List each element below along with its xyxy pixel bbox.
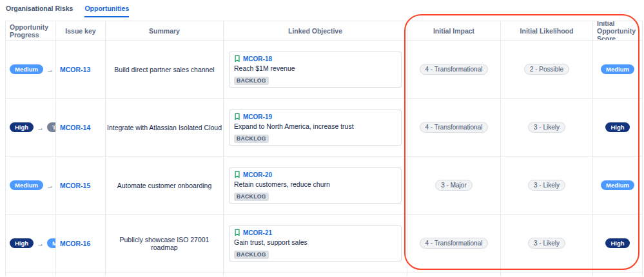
cell-initial-impact: 4 - Transformational (407, 41, 501, 99)
objective-bookmark-icon (234, 229, 240, 236)
objective-key-link[interactable]: MCOR-20 (243, 171, 272, 178)
cell-opportunity-progress: High → Medium (6, 215, 56, 272)
col-header-initial-likelihood: Initial Likelihood (501, 21, 593, 41)
impact-value[interactable]: 3 - Major (435, 180, 472, 191)
objective-title: Expand to North America, increase trust (234, 122, 396, 130)
likelihood-value[interactable]: 3 - Likely (528, 238, 565, 249)
opportunities-table: Opportunity Progress Issue key Summary L… (5, 21, 643, 276)
cell-initial-likelihood: 3 - Likely (501, 157, 593, 215)
arrow-right-icon: → (46, 182, 54, 189)
linked-objective-card[interactable]: MCOR-18 Reach $1M revenue BACKLOG (229, 52, 402, 88)
col-header-issue-key: Issue key (56, 21, 106, 41)
cell-issue-key: MCOR-13 (56, 41, 106, 99)
tab-organisational-risks[interactable]: Organisational Risks (6, 5, 73, 17)
objective-title: Retain customers, reduce churn (234, 180, 396, 188)
objective-bookmark-icon (234, 113, 240, 120)
summary-text: Build direct partner sales channel (114, 66, 214, 73)
progress-to-badge: Medium (47, 238, 56, 248)
linked-objective-card[interactable]: MCOR-21 Gain trust, support sales BACKLO… (229, 225, 402, 262)
cell-opportunity-progress: High → TBD (6, 99, 56, 157)
col-header-initial-impact: Initial Impact (407, 21, 501, 41)
arrow-right-icon: → (46, 66, 54, 73)
cell-initial-impact: 4 - Transformational (407, 215, 501, 272)
linked-objective-card[interactable]: MCOR-20 Retain customers, reduce churn B… (229, 167, 402, 204)
cell-linked-objective: MCOR-20 Retain customers, reduce churn B… (224, 157, 407, 215)
cell-initial-likelihood: 3 - Likely (501, 215, 593, 272)
cell-summary: Integrate with Atlassian Isolated Cloud (106, 99, 224, 157)
cell-initial-impact: 3 - Major (407, 157, 501, 215)
cell-issue-key: MCOR-14 (56, 99, 106, 157)
cell-initial-opportunity-score: Medium (593, 157, 642, 215)
view-tabs: Organisational Risks Opportunities (0, 0, 644, 21)
likelihood-value[interactable]: 2 - Possible (524, 64, 569, 75)
objective-key-link[interactable]: MCOR-18 (243, 55, 272, 62)
likelihood-value[interactable]: 3 - Likely (528, 122, 565, 133)
arrow-right-icon: → (37, 240, 44, 247)
col-header-linked-objective: Linked Objective (224, 21, 407, 41)
table-header-row: Opportunity Progress Issue key Summary L… (6, 21, 642, 41)
cell-initial-likelihood: 3 - Likely (501, 99, 593, 157)
score-badge: Medium (601, 180, 634, 190)
cell-initial-impact: 4 - Transformational (407, 99, 501, 157)
summary-text: Integrate with Atlassian Isolated Cloud (107, 124, 222, 131)
col-header-summary: Summary (106, 21, 224, 41)
issue-key-link[interactable]: MCOR-16 (60, 240, 90, 247)
table-row-partial (6, 272, 642, 276)
summary-text: Publicly showcase ISO 27001 roadmap (106, 236, 223, 251)
cell-opportunity-progress: Medium → TBD (6, 157, 56, 215)
objective-bookmark-icon (234, 55, 240, 62)
impact-value[interactable]: 4 - Transformational (420, 64, 489, 75)
likelihood-value[interactable]: 3 - Likely (528, 180, 565, 191)
table-row: High → Medium MCOR-16 Publicly showcase … (6, 215, 642, 272)
objective-status-badge: BACKLOG (234, 77, 269, 85)
objective-key-link[interactable]: MCOR-21 (243, 229, 272, 236)
impact-value[interactable]: 4 - Transformational (420, 238, 489, 249)
progress-from-badge: High (10, 238, 34, 248)
cell-summary: Publicly showcase ISO 27001 roadmap (106, 215, 224, 272)
progress-to-badge: TBD (47, 122, 56, 132)
col-header-opportunity-progress: Opportunity Progress (6, 21, 56, 41)
cell-initial-opportunity-score: Medium (593, 41, 642, 99)
table-row: Medium → TBD MCOR-15 Automate customer o… (6, 157, 642, 215)
progress-from-badge: Medium (10, 180, 43, 190)
cell-issue-key: MCOR-15 (56, 157, 106, 215)
objective-status-badge: BACKLOG (234, 251, 269, 259)
impact-value[interactable]: 4 - Transformational (420, 122, 489, 133)
cell-summary: Automate customer onboarding (106, 157, 224, 215)
cell-linked-objective: MCOR-18 Reach $1M revenue BACKLOG (224, 41, 407, 99)
cell-summary: Build direct partner sales channel (106, 41, 224, 99)
summary-text: Automate customer onboarding (117, 182, 212, 189)
linked-objective-card[interactable]: MCOR-19 Expand to North America, increas… (229, 110, 402, 146)
objective-status-badge: BACKLOG (234, 193, 269, 201)
tab-opportunities[interactable]: Opportunities (84, 5, 129, 17)
score-badge: Medium (601, 64, 634, 74)
progress-from-badge: High (10, 122, 34, 132)
objective-title: Gain trust, support sales (234, 238, 396, 246)
opportunities-register-screen: Organisational Risks Opportunities Oppor… (0, 0, 644, 277)
cell-initial-opportunity-score: High (593, 215, 642, 272)
cell-initial-opportunity-score: High (593, 99, 642, 157)
objective-title: Reach $1M revenue (234, 64, 396, 72)
table-row: High → TBD MCOR-14 Integrate with Atlass… (6, 99, 642, 157)
cell-linked-objective: MCOR-19 Expand to North America, increas… (224, 99, 407, 157)
issue-key-link[interactable]: MCOR-14 (60, 124, 90, 131)
objective-bookmark-icon (234, 171, 240, 178)
progress-from-badge: Medium (10, 64, 43, 74)
cell-linked-objective: MCOR-21 Gain trust, support sales BACKLO… (224, 215, 407, 272)
col-header-initial-opportunity-score: Initial Opportunity Score (593, 21, 642, 41)
score-badge: High (605, 122, 629, 132)
objective-key-link[interactable]: MCOR-19 (243, 113, 272, 120)
cell-initial-likelihood: 2 - Possible (501, 41, 593, 99)
issue-key-link[interactable]: MCOR-15 (60, 182, 90, 189)
cell-issue-key: MCOR-16 (56, 215, 106, 272)
issue-key-link[interactable]: MCOR-13 (60, 66, 90, 73)
score-badge: High (605, 238, 629, 248)
table-row: Medium → TBD MCOR-13 Build direct partne… (6, 41, 642, 99)
arrow-right-icon: → (37, 124, 44, 131)
objective-status-badge: BACKLOG (234, 135, 269, 143)
cell-opportunity-progress: Medium → TBD (6, 41, 56, 99)
